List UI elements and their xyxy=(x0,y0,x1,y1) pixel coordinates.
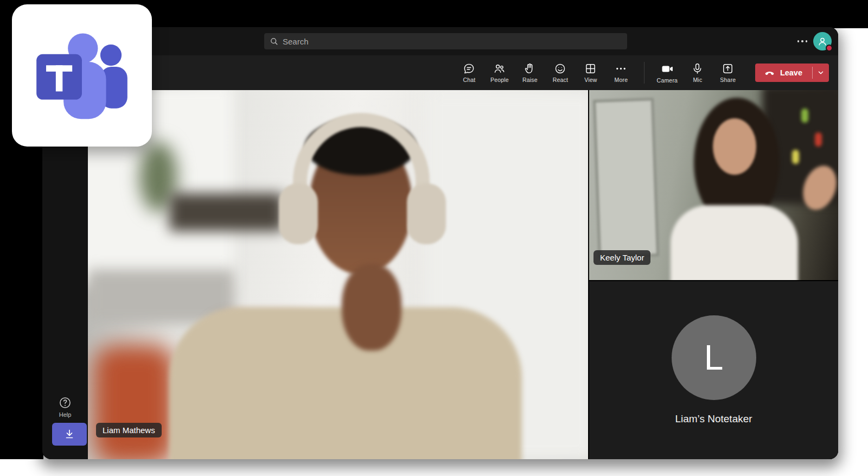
headphones-band-shape xyxy=(293,113,430,189)
leave-label: Leave xyxy=(780,68,802,77)
camera-icon xyxy=(661,62,674,75)
video-tile-liams-notetaker[interactable]: L Liam’s Notetaker xyxy=(589,281,838,459)
download-app-button[interactable] xyxy=(52,423,87,446)
chat-button[interactable]: Chat xyxy=(454,57,484,88)
share-button[interactable]: Share xyxy=(713,57,743,88)
view-label: View xyxy=(584,77,597,83)
people-button[interactable]: People xyxy=(484,57,515,88)
download-icon xyxy=(63,428,76,441)
mic-icon xyxy=(691,62,704,75)
video-stage: Liam Mathews Keely Taylor L Liam’s Notet… xyxy=(88,90,838,459)
react-smiley-icon xyxy=(554,62,566,75)
people-label: People xyxy=(490,77,509,83)
more-button[interactable]: More xyxy=(606,57,636,88)
mirror-shape xyxy=(593,98,659,258)
hand-shape xyxy=(342,264,401,351)
view-button[interactable]: View xyxy=(576,57,606,88)
presence-busy-badge xyxy=(826,45,833,52)
page: Chat People Raise React xyxy=(0,0,868,476)
mic-button[interactable]: Mic xyxy=(682,57,713,88)
shelf-shape xyxy=(169,193,283,231)
video-tile-liam-mathews[interactable]: Liam Mathews xyxy=(88,90,588,459)
title-bar xyxy=(42,27,838,55)
camera-button[interactable]: Camera xyxy=(652,57,682,88)
react-button[interactable]: React xyxy=(545,57,576,88)
bottle-shape-3 xyxy=(792,150,799,164)
toolbar-divider xyxy=(644,62,644,84)
bottle-shape-2 xyxy=(815,132,822,147)
people-icon xyxy=(493,62,506,75)
teams-meeting-window: Chat People Raise React xyxy=(42,27,838,459)
woman-face-shape xyxy=(713,118,756,175)
profile-avatar[interactable] xyxy=(813,32,832,50)
share-icon xyxy=(722,62,734,75)
react-label: React xyxy=(553,77,568,83)
participant-name: Liam’s Notetaker xyxy=(675,413,752,425)
titlebar-more-button[interactable] xyxy=(794,27,810,55)
leave-menu-button[interactable] xyxy=(813,64,829,82)
search-icon xyxy=(270,37,278,46)
more-ellipsis-icon xyxy=(615,62,627,75)
name-tag: Keely Taylor xyxy=(593,250,650,265)
camera-label: Camera xyxy=(657,77,678,84)
orange-chair-shape-2 xyxy=(93,345,175,459)
raise-hand-icon xyxy=(524,62,536,75)
help-button[interactable]: Help xyxy=(42,396,88,418)
participant-initial-avatar: L xyxy=(672,315,756,400)
help-circle-icon xyxy=(58,396,72,410)
white-sweater-shape xyxy=(671,205,798,280)
more-label: More xyxy=(615,77,628,83)
headphone-cup-left-shape xyxy=(279,183,318,244)
chat-label: Chat xyxy=(463,77,475,83)
meeting-toolbar: Chat People Raise React xyxy=(42,55,838,90)
hangup-icon xyxy=(764,67,775,79)
raise-label: Raise xyxy=(522,77,538,83)
view-grid-icon xyxy=(584,62,597,75)
leave-main[interactable]: Leave xyxy=(755,64,812,82)
search-input[interactable] xyxy=(283,37,622,46)
raise-hand-button[interactable]: Raise xyxy=(515,57,545,88)
share-label: Share xyxy=(720,77,736,83)
chat-icon xyxy=(463,62,475,75)
teams-logo-icon xyxy=(24,17,140,134)
leave-button[interactable]: Leave xyxy=(755,64,829,82)
bottle-shape xyxy=(801,109,808,123)
headphone-cup-right-shape xyxy=(407,183,446,244)
name-tag: Liam Mathews xyxy=(96,423,162,437)
video-tile-keely-taylor[interactable]: Keely Taylor xyxy=(589,90,838,280)
help-label: Help xyxy=(59,411,72,418)
chevron-down-icon xyxy=(817,69,825,77)
search-box[interactable] xyxy=(264,33,627,49)
mic-label: Mic xyxy=(693,77,702,83)
teams-logo-card xyxy=(12,4,152,147)
